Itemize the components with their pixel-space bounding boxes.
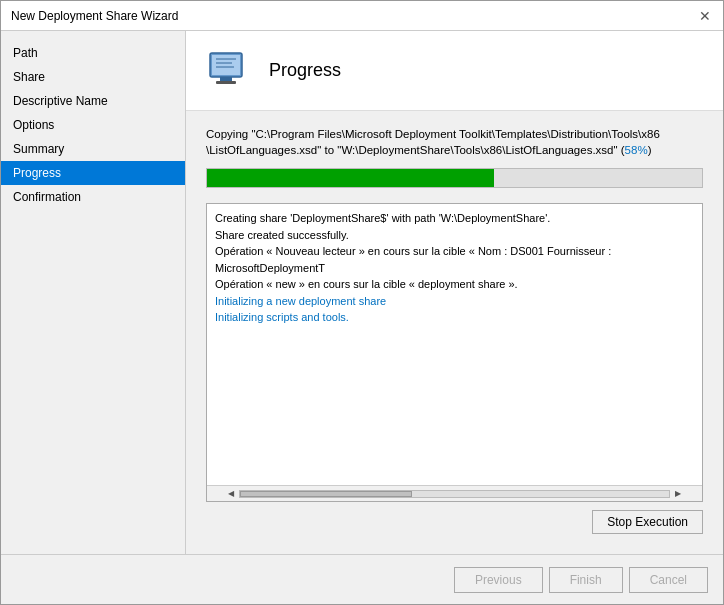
scrollbar-thumb[interactable] — [240, 491, 412, 497]
dialog-title: New Deployment Share Wizard — [11, 9, 178, 23]
log-line-1: Creating share 'DeploymentShare$' with p… — [215, 210, 694, 227]
log-line-5: Initializing a new deployment share — [215, 293, 694, 310]
svg-rect-2 — [220, 77, 232, 81]
cancel-button[interactable]: Cancel — [629, 567, 708, 593]
log-container[interactable]: Creating share 'DeploymentShare$' with p… — [206, 203, 703, 502]
main-content: Progress Copying "C:\Program Files\Micro… — [186, 31, 723, 554]
header-area: Progress — [186, 31, 723, 111]
status-line2: \ListOfLanguages.xsd" to "W:\DeploymentS… — [206, 144, 651, 156]
previous-button[interactable]: Previous — [454, 567, 543, 593]
log-line-2: Share created successfully. — [215, 227, 694, 244]
dialog-body: Path Share Descriptive Name Options Summ… — [1, 31, 723, 554]
svg-rect-1 — [212, 55, 240, 75]
progress-icon — [206, 47, 254, 95]
log-scrollbar-x[interactable]: ◀ ▶ — [207, 485, 702, 501]
sidebar-item-summary[interactable]: Summary — [1, 137, 185, 161]
close-button[interactable]: ✕ — [697, 8, 713, 24]
log-line-4: Opération « new » en cours sur la cible … — [215, 276, 694, 293]
dialog-window: New Deployment Share Wizard ✕ Path Share… — [0, 0, 724, 605]
sidebar: Path Share Descriptive Name Options Summ… — [1, 31, 186, 554]
svg-rect-3 — [216, 81, 236, 84]
content-area: Copying "C:\Program Files\Microsoft Depl… — [186, 111, 723, 554]
sidebar-item-path[interactable]: Path — [1, 41, 185, 65]
scroll-right-arrow[interactable]: ▶ — [670, 489, 686, 498]
log-line-6: Initializing scripts and tools. — [215, 309, 694, 326]
finish-button[interactable]: Finish — [549, 567, 623, 593]
scroll-left-arrow[interactable]: ◀ — [223, 489, 239, 498]
stop-execution-button[interactable]: Stop Execution — [592, 510, 703, 534]
sidebar-item-progress[interactable]: Progress — [1, 161, 185, 185]
progress-bar-fill — [207, 169, 494, 187]
sidebar-item-share[interactable]: Share — [1, 65, 185, 89]
footer: Previous Finish Cancel — [1, 554, 723, 604]
status-text: Copying "C:\Program Files\Microsoft Depl… — [206, 126, 703, 158]
sidebar-item-options[interactable]: Options — [1, 113, 185, 137]
header-title: Progress — [269, 60, 341, 81]
stop-btn-row: Stop Execution — [206, 502, 703, 539]
log-content: Creating share 'DeploymentShare$' with p… — [207, 204, 702, 485]
status-line1: Copying "C:\Program Files\Microsoft Depl… — [206, 128, 660, 140]
sidebar-item-confirmation[interactable]: Confirmation — [1, 185, 185, 209]
log-line-3: Opération « Nouveau lecteur » en cours s… — [215, 243, 694, 276]
title-bar: New Deployment Share Wizard ✕ — [1, 1, 723, 31]
progress-bar-container — [206, 168, 703, 188]
scrollbar-track[interactable] — [239, 490, 670, 498]
sidebar-item-descriptive-name[interactable]: Descriptive Name — [1, 89, 185, 113]
percent-label: 58% — [625, 144, 648, 156]
